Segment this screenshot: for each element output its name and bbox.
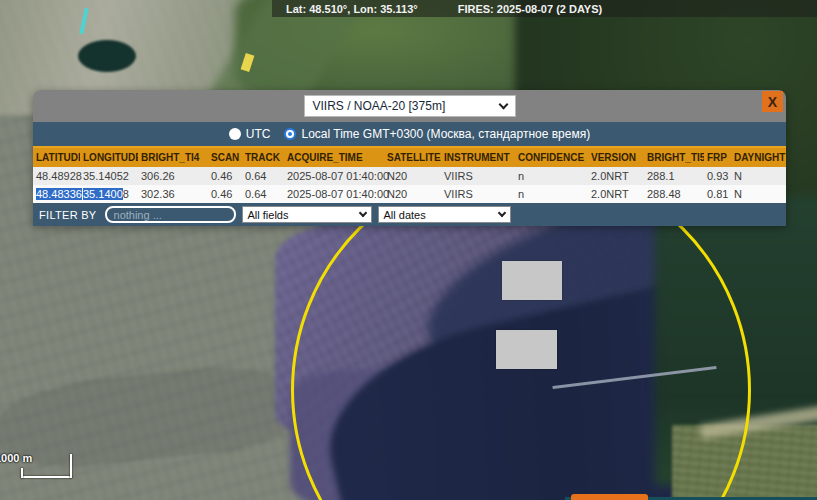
cell-latitude: 48.48928: [33, 167, 80, 185]
cell-instrument: VIIRS: [441, 167, 515, 185]
close-icon: X: [768, 94, 777, 110]
utc-radio-option[interactable]: UTC: [229, 127, 271, 141]
utc-radio-label: UTC: [246, 127, 271, 141]
filter-by-label: FILTER BY: [39, 209, 97, 221]
sensor-select[interactable]: VIIRS / NOAA-20 [375m]: [304, 95, 516, 117]
timeline-handle-button[interactable]: [571, 494, 648, 500]
column-header-confidence[interactable]: CONFIDENCE: [515, 147, 588, 167]
cell-scan: 0.46: [208, 185, 242, 203]
cell-acquire-time: 2025-08-07 01:40:00: [284, 167, 384, 185]
chevron-down-icon: [358, 209, 366, 217]
cell-bright-ti4: 302.36: [138, 185, 208, 203]
filter-bar: FILTER BY All fields All dates: [33, 203, 786, 226]
sensor-select-value: VIIRS / NOAA-20 [375m]: [313, 99, 500, 113]
fire-detections-table: LATITUDE LONGITUDE BRIGHT_TI4 SCAN TRACK…: [33, 146, 786, 203]
filter-input[interactable]: [105, 206, 236, 223]
fires-date-readout: FIRES: 2025-08-07 (2 DAYS): [458, 3, 603, 15]
column-header-scan[interactable]: SCAN: [208, 147, 242, 167]
cell-instrument: VIIRS: [441, 185, 515, 203]
local-time-radio-option[interactable]: Local Time GMT+0300 (Москва, стандартное…: [284, 127, 590, 141]
column-header-version[interactable]: VERSION: [588, 147, 644, 167]
map-cyan-feature: [79, 8, 88, 34]
cell-daynight: N: [731, 185, 786, 203]
coordinates-readout: Lat: 48.510°, Lon: 35.113°: [286, 3, 418, 15]
redaction-box: [496, 330, 557, 369]
map-scale: 1000 m: [0, 450, 90, 486]
selected-text: 48.48336: [36, 188, 82, 200]
scale-line: [21, 476, 72, 478]
cell-longitude: 35.14052: [80, 167, 138, 185]
filter-fields-value: All fields: [248, 209, 360, 221]
table-header-row: LATITUDE LONGITUDE BRIGHT_TI4 SCAN TRACK…: [33, 147, 786, 167]
time-zone-selector: UTC Local Time GMT+0300 (Москва, стандар…: [33, 122, 786, 146]
column-header-track[interactable]: TRACK: [242, 147, 284, 167]
cell-acquire-time: 2025-08-07 01:40:00: [284, 185, 384, 203]
map-pond: [78, 40, 136, 72]
cell-bright-ti5: 288.48: [644, 185, 704, 203]
column-header-latitude[interactable]: LATITUDE: [33, 147, 80, 167]
cell-frp: 0.81: [704, 185, 731, 203]
cell-track: 0.64: [242, 167, 284, 185]
redaction-box: [502, 261, 562, 300]
cell-bright-ti4: 306.26: [138, 167, 208, 185]
map-status-bar: Lat: 48.510°, Lon: 35.113° FIRES: 2025-0…: [272, 0, 817, 17]
radio-unchecked-icon: [229, 128, 241, 140]
firms-fire-map-screen: Lat: 48.510°, Lon: 35.113° FIRES: 2025-0…: [0, 0, 817, 500]
cell-bright-ti5: 288.1: [644, 167, 704, 185]
close-button[interactable]: X: [762, 91, 783, 112]
scale-tick-left: [21, 468, 23, 478]
scale-tick-right: [70, 454, 72, 478]
column-header-instrument[interactable]: INSTRUMENT: [441, 147, 515, 167]
column-header-longitude[interactable]: LONGITUDE: [80, 147, 138, 167]
popup-header: VIIRS / NOAA-20 [375m] X: [33, 90, 786, 122]
cell-satellite: N20: [384, 167, 441, 185]
selected-text: 35.1400: [83, 188, 123, 200]
local-time-radio-label: Local Time GMT+0300 (Москва, стандартное…: [301, 127, 590, 141]
cell-frp: 0.93: [704, 167, 731, 185]
column-header-acquire-time[interactable]: ACQUIRE_TIME: [284, 147, 384, 167]
table-row[interactable]: 48.48928 35.14052 306.26 0.46 0.64 2025-…: [33, 167, 786, 185]
cell-confidence: n: [515, 185, 588, 203]
filter-fields-select[interactable]: All fields: [242, 206, 372, 223]
chevron-down-icon: [497, 209, 505, 217]
filter-dates-value: All dates: [384, 209, 499, 221]
column-header-bright-ti4[interactable]: BRIGHT_TI4: [138, 147, 208, 167]
cell-version: 2.0NRT: [588, 185, 644, 203]
cell-version: 2.0NRT: [588, 167, 644, 185]
column-header-bright-ti5[interactable]: BRIGHT_TI5: [644, 147, 704, 167]
cell-confidence: n: [515, 167, 588, 185]
scale-label: 1000 m: [0, 452, 32, 464]
filter-dates-select[interactable]: All dates: [378, 206, 511, 223]
map-yellow-feature: [241, 53, 255, 72]
table-row[interactable]: 48.48336 35.14008 302.36 0.46 0.64 2025-…: [33, 185, 786, 203]
cell-scan: 0.46: [208, 167, 242, 185]
fire-detections-popup: VIIRS / NOAA-20 [375m] X UTC Local Time …: [33, 90, 786, 226]
column-header-frp[interactable]: FRP: [704, 147, 731, 167]
radio-checked-icon: [284, 128, 296, 140]
cell-satellite: N20: [384, 185, 441, 203]
cell-longitude: 35.14008: [80, 185, 138, 203]
cell-daynight: N: [731, 167, 786, 185]
column-header-daynight[interactable]: DAYNIGHT: [731, 147, 786, 167]
cell-track: 0.64: [242, 185, 284, 203]
cell-latitude: 48.48336: [33, 185, 80, 203]
column-header-satellite[interactable]: SATELLITE: [384, 147, 441, 167]
chevron-down-icon: [498, 100, 508, 110]
unselected-text: 8: [123, 188, 129, 200]
